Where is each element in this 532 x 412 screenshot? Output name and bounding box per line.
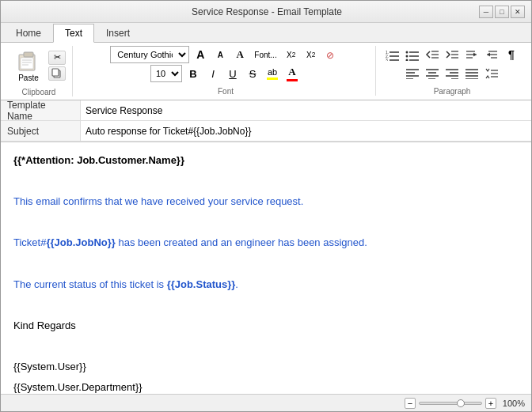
zoom-thumb[interactable] xyxy=(457,399,465,407)
ordered-list-button[interactable]: 1. 2. 3. xyxy=(384,46,401,63)
font-row2: 10 B I U S ab A xyxy=(150,65,301,82)
underline-button[interactable]: U xyxy=(224,65,241,82)
content-line4 xyxy=(13,214,519,231)
content-line5-prefix: Ticket# xyxy=(13,236,46,248)
content-line9: Kind Regards xyxy=(13,317,519,335)
content-line12-text: {{System.User.Department}} xyxy=(13,381,142,393)
window-controls: ─ □ ✕ xyxy=(479,6,525,18)
ribbon-panel: Paste ✂ Clipboard Centu xyxy=(1,43,531,100)
para-row1: 1. 2. 3. xyxy=(384,46,520,63)
content-line7-suffix: . xyxy=(235,278,238,290)
tab-insert[interactable]: Insert xyxy=(94,24,142,43)
content-line12: {{System.User.Department}} xyxy=(13,379,519,394)
subscript-button[interactable]: X2 xyxy=(283,46,300,63)
svg-rect-2 xyxy=(21,58,33,69)
justify-button[interactable] xyxy=(463,65,481,82)
grow-font-button[interactable]: A xyxy=(192,46,209,63)
content-line10 xyxy=(13,338,519,355)
align-right-icon xyxy=(445,68,459,79)
font-group: Century Gothic A A A Font... X2 X2 ⊘ 10 xyxy=(76,46,376,96)
strikethrough-button[interactable]: S xyxy=(244,65,261,82)
status-bar: − + 100% xyxy=(1,394,531,411)
zoom-in-button[interactable]: + xyxy=(485,398,496,409)
content-editor[interactable]: {{*Attention: Job.Customer.Name}} This e… xyxy=(1,142,531,394)
align-right-button[interactable] xyxy=(443,65,461,82)
tab-home[interactable]: Home xyxy=(4,24,53,43)
content-line9-text: Kind Regards xyxy=(13,319,76,331)
content-line5-bold: {{Job.JobNo}} xyxy=(46,236,115,248)
decrease-indent-button[interactable] xyxy=(424,46,441,63)
ltr-icon xyxy=(466,48,478,61)
maximize-button[interactable]: □ xyxy=(495,6,509,18)
highlight-button[interactable]: ab xyxy=(264,65,281,82)
superscript-button[interactable]: X2 xyxy=(302,46,320,63)
content-line11-text: {{System.User}} xyxy=(13,361,86,372)
paragraph-mark-button[interactable]: ¶ xyxy=(503,46,520,63)
clipboard-label: Clipboard xyxy=(22,85,56,96)
shrink-font-button[interactable]: A xyxy=(211,46,229,63)
tab-text[interactable]: Text xyxy=(53,24,94,43)
highlight-color-bar xyxy=(267,77,278,80)
main-window: Service Response - Email Template ─ □ ✕ … xyxy=(0,0,532,412)
font-color-icon: A xyxy=(288,66,295,78)
subject-input[interactable] xyxy=(80,121,531,141)
align-center-button[interactable] xyxy=(424,65,441,82)
close-button[interactable]: ✕ xyxy=(511,6,525,18)
ribbon-tabs: Home Text Insert xyxy=(1,23,531,43)
line-spacing-button[interactable] xyxy=(483,65,500,82)
increase-indent-button[interactable] xyxy=(443,46,461,63)
form-area: Template Name Subject xyxy=(1,100,531,142)
para-row2 xyxy=(404,65,500,82)
font-group-label: Font xyxy=(218,84,234,96)
minimize-button[interactable]: ─ xyxy=(479,6,493,18)
zoom-percentage: 100% xyxy=(500,399,525,408)
svg-text:⊘: ⊘ xyxy=(326,50,334,61)
justify-icon xyxy=(465,68,479,79)
font-color-button[interactable]: A xyxy=(283,65,301,82)
paste-button[interactable]: Paste xyxy=(12,46,45,85)
cut-copy-area: ✂ xyxy=(48,51,66,81)
content-line8 xyxy=(13,297,519,314)
align-left-button[interactable] xyxy=(404,65,421,82)
font-family-select[interactable]: Century Gothic xyxy=(110,46,189,63)
italic-button[interactable]: I xyxy=(204,65,222,82)
paste-label: Paste xyxy=(18,74,39,82)
svg-point-15 xyxy=(406,51,408,54)
format-button[interactable]: A xyxy=(231,46,249,63)
increase-indent-icon xyxy=(445,48,459,61)
zoom-controls: − + 100% xyxy=(405,398,525,409)
content-line6 xyxy=(13,255,519,272)
content-line3-text: This email confirms that we have receive… xyxy=(13,195,303,207)
paragraph-group-label: Paragraph xyxy=(434,84,471,96)
subject-label: Subject xyxy=(1,126,80,137)
zoom-out-button[interactable]: − xyxy=(405,398,416,409)
rtl-button[interactable] xyxy=(483,46,500,63)
zoom-slider-track[interactable] xyxy=(419,402,482,405)
unordered-list-button[interactable] xyxy=(404,46,421,63)
bold-button[interactable]: B xyxy=(184,65,202,82)
svg-rect-7 xyxy=(52,69,59,76)
highlight-icon: ab xyxy=(268,67,277,77)
unordered-list-icon xyxy=(405,48,420,61)
copy-button[interactable] xyxy=(48,66,66,81)
content-line1: {{*Attention: Job.Customer.Name}} xyxy=(13,152,519,169)
content-line11: {{System.User}} xyxy=(13,358,519,376)
font-size-select[interactable]: 10 xyxy=(150,65,182,82)
ordered-list-icon: 1. 2. 3. xyxy=(386,48,400,61)
ltr-button[interactable] xyxy=(463,46,481,63)
svg-point-19 xyxy=(406,59,408,62)
svg-rect-1 xyxy=(24,52,33,57)
template-name-input[interactable] xyxy=(80,100,531,120)
align-left-icon xyxy=(405,68,420,79)
font-dialog-button[interactable]: Font... xyxy=(251,46,279,63)
content-line2 xyxy=(13,172,519,190)
content-line7-bold: {{Job.Status}} xyxy=(167,278,236,290)
window-title: Service Response - Email Template xyxy=(55,6,479,17)
clear-format-button[interactable]: ⊘ xyxy=(322,46,341,63)
svg-text:3.: 3. xyxy=(386,58,389,61)
clipboard-group: Paste ✂ Clipboard xyxy=(7,46,73,96)
content-line5-suffix: has been created and an engineer has bee… xyxy=(116,236,367,248)
template-name-row: Template Name xyxy=(1,100,531,121)
content-line1-text: {{*Attention: Job.Customer.Name}} xyxy=(13,154,184,166)
cut-button[interactable]: ✂ xyxy=(48,51,66,65)
